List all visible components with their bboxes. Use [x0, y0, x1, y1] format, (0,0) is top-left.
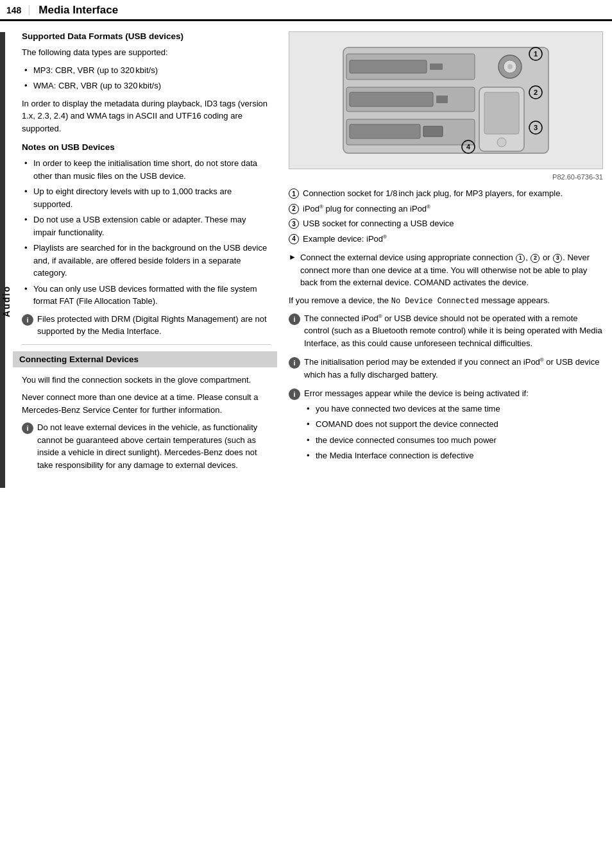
arrow-text: Connect the external device using approp…	[300, 251, 603, 289]
svg-rect-16	[423, 126, 443, 137]
list-item: You can only use USB devices formatted w…	[22, 283, 271, 308]
info-icon: i	[289, 313, 300, 325]
page-title: Media Interface	[38, 4, 118, 17]
formats-intro: The following data types are supported:	[22, 46, 271, 59]
page-header: 148 Media Interface	[0, 0, 612, 21]
info-box-external: i Do not leave external devices in the v…	[22, 421, 271, 471]
section-heading-formats: Supported Data Formats (USB devices)	[22, 31, 271, 41]
list-item: COMAND does not support the device conne…	[304, 418, 603, 431]
right-column: 1 2 3	[282, 21, 612, 488]
connection-text-4: Example device: iPod®	[303, 233, 387, 246]
no-device-paragraph: If you remove a device, the No Device Co…	[289, 294, 603, 307]
info-text-external: Do not leave external devices in the veh…	[37, 421, 271, 471]
info-text-init: The initialisation period may be extende…	[304, 356, 603, 381]
list-item: Playlists are searched for in the backgr…	[22, 242, 271, 280]
list-item: Up to eight directory levels with up to …	[22, 185, 271, 210]
inline-circle-2: 2	[531, 254, 540, 263]
connection-item-4: 4 Example device: iPod®	[289, 233, 603, 246]
circle-3: 3	[289, 219, 299, 229]
info-box-ipod-remote: i The connected iPod® or USB device shou…	[289, 312, 603, 350]
info-box-errors: i Error messages appear while the device…	[289, 387, 603, 467]
section-heading-usb: Notes on USB Devices	[22, 142, 271, 152]
list-item: the device connected consumes too much p…	[304, 434, 603, 447]
error-header: Error messages appear while the device i…	[304, 388, 529, 398]
formats-body: In order to display the metadata during …	[22, 97, 271, 135]
page-number: 148	[0, 5, 30, 15]
formats-bullet-list: MP3: CBR, VBR (up to 320 kbit/s) WMA: CB…	[22, 64, 271, 92]
svg-text:1: 1	[534, 50, 538, 58]
info-box-drm: i Files protected with DRM (Digital Righ…	[22, 313, 271, 338]
svg-rect-10	[350, 92, 433, 106]
connection-list: 1 Connection socket for 1/8 inch jack pl…	[289, 187, 603, 245]
device-image: 1 2 3	[289, 31, 603, 169]
svg-rect-3	[430, 63, 443, 70]
svg-point-6	[507, 64, 513, 69]
svg-rect-11	[436, 96, 448, 103]
connection-item-3: 3 USB socket for connecting a USB device	[289, 217, 603, 230]
section-supported-formats: Supported Data Formats (USB devices) The…	[22, 31, 271, 135]
info-text-errors: Error messages appear while the device i…	[304, 387, 603, 467]
connection-text-3: USB socket for connecting a USB device	[303, 217, 454, 230]
arrow-icon: ►	[289, 253, 296, 262]
list-item: MP3: CBR, VBR (up to 320 kbit/s)	[22, 64, 271, 77]
info-text-ipod-remote: The connected iPod® or USB device should…	[304, 312, 603, 350]
list-item: the Media Interface connection is defect…	[304, 449, 603, 462]
svg-text:4: 4	[466, 143, 471, 151]
connection-item-1: 1 Connection socket for 1/8 inch jack pl…	[289, 187, 603, 200]
svg-text:3: 3	[534, 124, 538, 131]
device-svg: 1 2 3	[337, 41, 555, 160]
arrow-block: ► Connect the external device using appr…	[289, 251, 603, 289]
circle-1: 1	[289, 188, 299, 199]
svg-text:2: 2	[534, 88, 538, 96]
main-content: Supported Data Formats (USB devices) The…	[0, 21, 612, 488]
svg-rect-20	[484, 92, 519, 134]
page-wrapper: 148 Media Interface Audio Supported Data…	[0, 0, 612, 488]
section-divider	[22, 344, 271, 345]
info-icon: i	[22, 314, 33, 326]
info-text-drm: Files protected with DRM (Digital Rights…	[37, 313, 271, 338]
svg-rect-15	[350, 124, 420, 138]
no-device-msg: No Device Connected	[391, 297, 479, 306]
list-item: Do not use a USB extension cable or adap…	[22, 213, 271, 238]
list-item: In order to keep the initialisation time…	[22, 157, 271, 182]
svg-rect-2	[350, 60, 427, 73]
usb-notes-list: In order to keep the initialisation time…	[22, 157, 271, 308]
connection-item-2: 2 iPod® plug for connecting an iPod®	[289, 203, 603, 215]
image-caption: P82.60-6736-31	[289, 173, 603, 181]
inline-circle-1: 1	[516, 254, 525, 263]
info-box-init: i The initialisation period may be exten…	[289, 356, 603, 381]
list-item: WMA: CBR, VBR (up to 320 kbit/s)	[22, 79, 271, 92]
inline-circle-3: 3	[553, 254, 562, 263]
info-icon: i	[22, 422, 33, 434]
svg-point-21	[497, 138, 506, 147]
connection-text-1: Connection socket for 1/8 inch jack plug…	[303, 187, 563, 200]
left-column: Supported Data Formats (USB devices) The…	[13, 21, 282, 488]
connecting-body2: Never connect more than one device at a …	[22, 391, 271, 416]
section-connecting: Connecting External Devices You will fin…	[22, 351, 271, 472]
circle-4: 4	[289, 234, 299, 244]
info-icon: i	[289, 388, 300, 400]
section-heading-connecting: Connecting External Devices	[13, 351, 277, 367]
list-item: you have connected two devices at the sa…	[304, 403, 603, 415]
circle-2: 2	[289, 204, 299, 214]
connecting-body1: You will find the connection sockets in …	[22, 374, 271, 387]
info-icon: i	[289, 357, 300, 369]
section-usb-notes: Notes on USB Devices In order to keep th…	[22, 142, 271, 338]
error-bullets: you have connected two devices at the sa…	[304, 403, 603, 462]
connection-text-2: iPod® plug for connecting an iPod®	[303, 203, 430, 215]
